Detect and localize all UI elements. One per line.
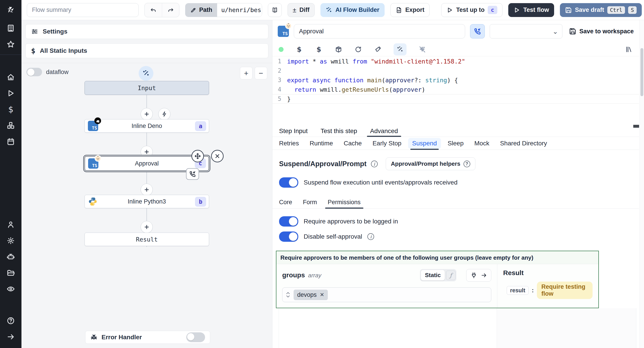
move-step-button[interactable] [192,150,204,162]
insert-step-button-4[interactable] [141,221,153,233]
help-icon[interactable] [0,313,22,329]
error-handler-toggle[interactable] [186,332,205,342]
inner-tab-form[interactable]: Form [303,196,317,208]
subtab-cache[interactable]: Cache [344,137,362,150]
insert-step-button-1[interactable] [141,108,153,120]
panel-scrollbar[interactable] [640,20,644,348]
sort-chevrons-icon[interactable] [286,292,290,298]
scrollbar-thumb[interactable] [640,48,643,96]
docs-book-button[interactable] [268,3,282,17]
info-icon[interactable]: i [371,160,378,167]
flow-summary-input[interactable] [27,3,139,17]
schedules-calendar-icon[interactable] [0,134,22,150]
inner-tab-permissions[interactable]: Permissions [328,196,361,208]
dollar-resources-icon[interactable]: $ [315,46,323,54]
code-line-3[interactable]: 3export async function main(approver?: s… [272,75,639,85]
workers-robot-icon[interactable] [0,249,22,265]
approval-prompt-helpers-button[interactable]: Approval/Prompt helpers ? [386,158,476,170]
diff-button[interactable]: ± Diff [288,3,314,17]
audit-eye-icon[interactable] [0,281,22,297]
static-mode-button[interactable]: Static [421,270,445,280]
settings-gear-icon[interactable] [0,232,22,249]
redo-button[interactable] [162,3,179,17]
fx-mode-button[interactable]: ƒ [446,270,456,280]
code-editor[interactable]: 1import * as wmill from "windmill-client… [272,56,639,125]
folders-icon[interactable] [0,265,22,281]
groups-tags-input[interactable]: devops ✕ [282,288,491,302]
format-brush-icon[interactable] [374,46,382,54]
insert-step-button-3[interactable] [141,184,153,196]
subtab-runtime[interactable]: Runtime [310,137,333,150]
flow-node-result[interactable]: Result [84,232,209,246]
subtab-shared-directory[interactable]: Shared Directory [500,137,547,150]
remove-tag-icon[interactable]: ✕ [320,292,324,298]
test-flow-button[interactable]: Test flow [508,3,554,17]
subtab-retries[interactable]: Retries [279,137,299,150]
suspend-flow-toggle[interactable] [279,177,298,188]
dataflow-toggle[interactable] [26,68,42,76]
delete-step-button[interactable] [211,150,224,162]
path-value[interactable]: u/henri/bes [217,3,262,17]
tab-test-this-step[interactable]: Test this step [321,125,357,137]
undo-button[interactable] [145,3,162,17]
code-line-2[interactable]: 2 [272,66,639,75]
dollar-vars-icon[interactable]: $ [295,46,303,54]
step-name-input[interactable] [294,24,465,38]
favorites-star-icon[interactable] [0,36,22,52]
ai-flow-builder-button[interactable]: AI Flow Builder [320,3,384,17]
flow-node-inline-deno[interactable]: TS Inline Deno a [84,119,209,132]
variables-dollar-icon[interactable]: $ [0,101,22,118]
library-panel-icon[interactable] [625,46,633,54]
users-person-icon[interactable] [0,216,22,232]
collapse-sidebar-arrow-icon[interactable] [0,329,22,345]
ai-graph-wand-button[interactable] [139,66,154,81]
code-line-5[interactable]: 5} [272,94,639,104]
ai-assistant-wand-icon[interactable] [394,44,406,56]
group-tag-devops[interactable]: devops ✕ [294,290,328,300]
info-icon[interactable]: i [368,233,374,240]
flow-node-inline-python[interactable]: Inline Python3 b [84,195,209,208]
error-handler-card[interactable]: Error Handler [85,331,210,344]
zoom-in-button[interactable]: + [240,67,252,80]
zoom-out-button[interactable]: − [255,67,267,80]
require-logged-in-toggle[interactable] [279,216,298,226]
path-button-group[interactable]: Path u/henri/bes [185,3,262,17]
all-static-inputs-card[interactable]: $ All Static Inputs [26,44,268,58]
tab-step-input[interactable]: Step Input [279,125,308,137]
home-icon[interactable] [0,69,22,85]
save-draft-button[interactable]: Save draft Ctrl S [560,3,642,17]
runs-play-icon[interactable] [0,85,22,101]
path-edit-segment[interactable]: Path [185,3,217,17]
save-to-workspace-button[interactable]: Save to workspace [569,28,634,35]
code-line-4[interactable]: 4 return wmill.getResumeUrls(approver) [272,85,639,94]
suspend-heading: Suspend/Approval/Prompt [279,160,366,168]
resources-cubes-icon[interactable] [0,118,22,134]
template-select[interactable]: ⌄ [490,24,562,38]
approval-phone-badge[interactable] [186,168,199,180]
flow-settings-card[interactable]: Settings [26,24,268,39]
package-icon[interactable] [334,46,342,54]
connect-input-button[interactable] [466,269,491,282]
subtab-suspend[interactable]: Suspend [412,137,437,150]
groups-field-type: array [308,272,321,279]
subtab-sleep[interactable]: Sleep [448,137,464,150]
subtab-early-stop[interactable]: Early Stop [372,137,402,150]
workspace-icon[interactable] [0,20,22,36]
code-line-1[interactable]: 1import * as wmill from "windmill-client… [272,56,639,66]
subtab-mock[interactable]: Mock [474,137,489,150]
reload-icon[interactable] [354,46,362,54]
python-node-label: Inline Python3 [85,198,209,205]
export-button[interactable]: Export [390,3,430,17]
windmill-logo-icon[interactable] [0,0,22,20]
ai-off-sparkles-icon[interactable] [418,46,426,54]
insert-trigger-button[interactable] [158,108,170,120]
flow-node-input[interactable]: Input [84,81,209,95]
suspend-inner-tabs: Core Form Permissions [272,196,639,209]
disable-self-approval-toggle[interactable] [279,232,298,242]
inner-tab-core[interactable]: Core [279,196,292,208]
approval-phone-button[interactable] [470,24,485,38]
chevron-down-icon: ⌄ [552,28,558,35]
test-up-to-button[interactable]: Test up to c [441,3,502,17]
groups-field-panel: groupsarray Static ƒ [276,264,497,308]
tab-advanced[interactable]: Advanced [370,125,398,137]
